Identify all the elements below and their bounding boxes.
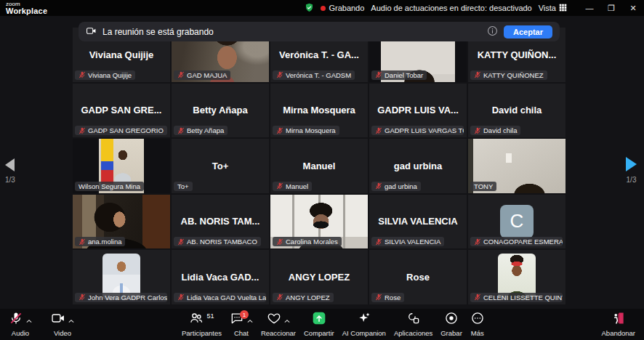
toolbar-participants-label: Participantes <box>182 329 222 337</box>
participant-tile[interactable]: To+To+ <box>172 139 269 193</box>
participant-tile[interactable]: AB. NORIS TAM...AB. NORIS TAMBACO <box>172 195 269 249</box>
chevron-left-icon <box>5 158 15 171</box>
participant-tile[interactable]: SILVIA VALENCIASILVIA VALENCIA <box>369 195 467 249</box>
participant-tile[interactable]: Mirna MosqueraMirna Mosquera <box>270 84 368 138</box>
participant-label: gad urbina <box>371 182 421 191</box>
participant-label-text: KATTY QUIÑONEZ <box>483 71 544 79</box>
muted-mic-icon <box>474 294 481 301</box>
toolbar-video-label: Video <box>54 329 71 337</box>
toolbar-leave-button[interactable]: Abandonar <box>602 312 635 337</box>
participant-tile[interactable]: Lidia Vaca GAD...Lidia Vaca GAD Vuelta L… <box>172 250 269 304</box>
toolbar-apps-label: Aplicaciones <box>394 329 432 337</box>
toolbar-video-button[interactable]: Video <box>51 312 74 337</box>
muted-mic-icon <box>474 71 481 78</box>
title-bar: zoom Workplace Grabando Audio de actuaci… <box>0 0 644 16</box>
toolbar-more-button[interactable]: Más <box>470 312 485 337</box>
participant-label: Carolina Morales <box>273 237 342 246</box>
participant-label: John Vera GADPR Carlos Con... <box>75 293 167 302</box>
participant-label: GAD MAJUA <box>174 70 230 80</box>
restore-button[interactable]: ❐ <box>600 0 622 16</box>
encryption-shield-icon <box>305 3 314 14</box>
zoom-workplace-logo: zoom Workplace <box>0 1 47 15</box>
video-options-caret[interactable] <box>68 313 74 326</box>
participant-label-text: GAD MAJUA <box>187 71 227 79</box>
toolbar-record-label: Grabar <box>440 329 462 337</box>
participant-gallery: Viviana QuijijeViviana QuijijeGAD MAJUAV… <box>73 28 565 304</box>
view-button[interactable]: Vista <box>539 4 567 13</box>
meeting-main-area: La reunión se está grabando Aceptar Vivi… <box>0 16 644 309</box>
participant-tile[interactable]: CCONAGOPARE ESMERALDAS <box>468 195 565 249</box>
muted-mic-icon <box>474 238 481 246</box>
participant-tile[interactable]: ana.molina <box>73 195 170 249</box>
muted-mic-icon <box>276 182 283 190</box>
muted-mic-icon <box>276 238 283 246</box>
participant-tile[interactable]: ManuelManuel <box>270 139 368 193</box>
participant-tile[interactable]: John Vera GADPR Carlos Con... <box>73 250 170 304</box>
muted-mic-icon <box>474 127 481 134</box>
participant-label-text: Rose <box>385 294 401 301</box>
participant-tile[interactable]: gad urbinagad urbina <box>369 139 467 193</box>
muted-mic-icon <box>79 294 86 301</box>
info-icon[interactable] <box>487 25 498 39</box>
participant-label: Betty Añapa <box>174 126 228 135</box>
toolbar-react-label: Reaccionar <box>261 329 296 337</box>
close-button[interactable]: ✕ <box>622 0 644 16</box>
gallery-prev-page[interactable]: 1/3 <box>5 158 15 184</box>
participant-label: Wilson Segura Mina <box>75 182 144 191</box>
participant-tile[interactable]: Wilson Segura Mina <box>73 139 170 193</box>
participant-tile[interactable]: TONY <box>468 139 565 193</box>
participant-tile[interactable]: David chilaDavid chila <box>468 84 565 138</box>
participant-tile[interactable]: Betty AñapaBetty Añapa <box>172 84 269 138</box>
muted-mic-icon <box>79 127 86 134</box>
participant-label: Lidia Vaca GAD Vuelta Larga <box>174 293 266 302</box>
participant-label: ana.molina <box>75 237 125 246</box>
participant-label-text: GADPR LUIS VARGAS TORRES <box>385 126 464 134</box>
participant-label-text: Wilson Segura Mina <box>79 182 140 190</box>
participant-label-text: To+ <box>177 182 189 190</box>
muted-mic-icon <box>375 238 382 246</box>
record-icon <box>444 311 459 328</box>
toolbar-share-label: Compartir <box>304 329 334 337</box>
participant-label: Manuel <box>273 182 312 191</box>
participant-label-text: SILVIA VALENCIA <box>385 238 440 246</box>
participant-label-text: GADP SAN GREGORIO <box>88 126 164 134</box>
react-options-caret[interactable] <box>284 313 290 326</box>
muted-mic-icon <box>276 127 283 134</box>
toolbar-chat-label: Chat <box>234 329 249 337</box>
participant-label-text: Verónica T. - GADSM <box>286 71 351 79</box>
toolbar-react-button[interactable]: Reaccionar <box>261 312 296 337</box>
ai-sparkle-icon <box>357 311 371 328</box>
participant-tile[interactable]: GADPR LUIS VA...GADPR LUIS VARGAS TORRES <box>369 84 467 138</box>
muted-mic-icon <box>375 182 382 190</box>
toolbar-apps-button[interactable]: Aplicaciones <box>394 312 432 337</box>
toolbar-ai-companion-button[interactable]: AI Companion <box>342 312 386 337</box>
participant-label: SILVIA VALENCIA <box>371 237 444 246</box>
audio-options-caret[interactable] <box>26 313 32 326</box>
gallery-next-page[interactable]: 1/3 <box>626 157 637 184</box>
minimize-button[interactable]: — <box>579 0 600 16</box>
recording-camera-icon <box>86 25 97 39</box>
meeting-status-cluster: Grabando Audio de actuaciones en directo… <box>305 3 567 14</box>
participant-label-text: Mirna Mosquera <box>286 126 336 134</box>
participant-tile[interactable]: RoseRose <box>369 250 467 304</box>
zoom-meeting-window: zoom Workplace Grabando Audio de actuaci… <box>0 0 644 340</box>
participant-tile[interactable]: CELENI LISSETTE QUINTERO ... <box>468 250 565 304</box>
recording-status: Grabando <box>321 4 364 12</box>
chat-notification-badge: 1 <box>240 310 249 319</box>
participant-tile[interactable]: ANGY LOPEZANGY LOPEZ <box>270 250 368 304</box>
toolbar-audio-button[interactable]: Audio <box>9 312 32 337</box>
toolbar-record-button[interactable]: Grabar <box>440 312 462 337</box>
participant-label: Mirna Mosquera <box>273 126 339 135</box>
window-controls: — ❐ ✕ <box>579 0 644 16</box>
toolbar-share-button[interactable]: Compartir <box>304 312 334 337</box>
participant-tile[interactable]: GADP SAN GRE...GADP SAN GREGORIO <box>73 84 170 138</box>
accept-button[interactable]: Aceptar <box>504 25 552 39</box>
muted-mic-icon <box>79 71 86 78</box>
toolbar-participants-button[interactable]: 51Participantes <box>182 312 222 337</box>
participant-label-text: Betty Añapa <box>187 126 224 134</box>
participant-tile[interactable]: Carolina Morales <box>270 195 368 249</box>
grid-view-icon <box>559 4 567 13</box>
toolbar-more-label: Más <box>471 329 484 337</box>
participant-label: David chila <box>470 126 520 135</box>
toolbar-chat-button[interactable]: 1Chat <box>230 312 253 337</box>
